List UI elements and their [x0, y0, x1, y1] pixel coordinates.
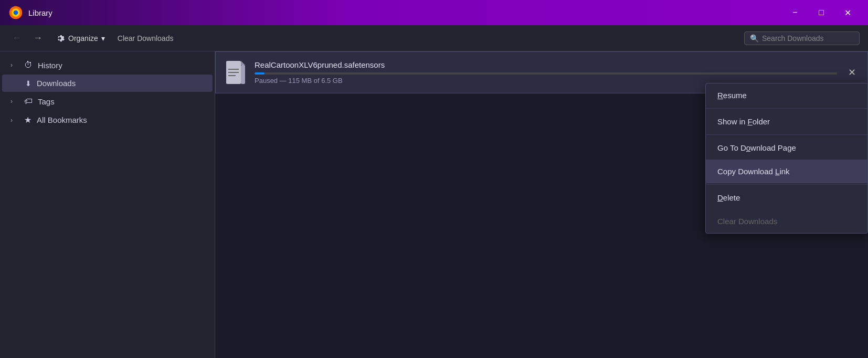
- sidebar-item-label-downloads: Downloads: [37, 79, 76, 88]
- sidebar-item-all-bookmarks[interactable]: › ★ All Bookmarks: [2, 111, 213, 129]
- window-controls: − □ ✕: [783, 4, 860, 21]
- gear-icon: [55, 33, 65, 44]
- sidebar-item-tags[interactable]: › 🏷 Tags: [2, 92, 213, 110]
- chevron-right-icon-bookmarks: ›: [10, 117, 19, 124]
- minimize-button[interactable]: −: [783, 4, 807, 21]
- search-icon: 🔍: [750, 34, 759, 43]
- download-close-button[interactable]: ✕: [844, 65, 859, 80]
- show-in-folder-label: Show in Folder: [717, 117, 770, 126]
- sidebar: › ⏱ History ⬇ Downloads › 🏷 Tags › ★ All…: [0, 51, 215, 358]
- file-icon-wrap: [224, 59, 247, 86]
- sidebar-item-label-bookmarks: All Bookmarks: [37, 115, 87, 124]
- download-progress-bar: [255, 72, 837, 75]
- clear-downloads-label: Clear Downloads: [717, 217, 777, 226]
- maximize-button[interactable]: □: [809, 4, 833, 21]
- tags-icon: 🏷: [24, 97, 33, 106]
- context-menu-item-copy-download-link[interactable]: Copy Download Link: [706, 160, 867, 183]
- firefox-logo: [8, 5, 23, 20]
- context-menu-separator-2: [706, 134, 867, 135]
- clear-downloads-toolbar-button[interactable]: Clear Downloads: [113, 32, 178, 45]
- context-menu-item-delete[interactable]: Delete: [706, 186, 867, 209]
- download-icon: ⬇: [25, 79, 31, 88]
- content-area: RealCartoonXLV6pruned.safetensors Paused…: [215, 51, 868, 358]
- download-progress-fill: [255, 72, 264, 75]
- sidebar-item-label-history: History: [38, 61, 62, 70]
- window-title: Library: [28, 8, 783, 17]
- search-box: 🔍: [744, 31, 860, 45]
- organize-chevron: ▾: [101, 34, 105, 43]
- context-menu-item-resume[interactable]: Resume: [706, 83, 867, 107]
- star-icon: ★: [24, 115, 31, 125]
- history-icon: ⏱: [24, 60, 33, 70]
- context-menu-item-show-in-folder[interactable]: Show in Folder: [706, 110, 867, 133]
- titlebar: Library − □ ✕: [0, 0, 868, 25]
- main-layout: › ⏱ History ⬇ Downloads › 🏷 Tags › ★ All…: [0, 51, 868, 358]
- copy-download-link-label: Copy Download Link: [717, 167, 790, 176]
- file-icon: [226, 61, 245, 84]
- download-info: RealCartoonXLV6pruned.safetensors Paused…: [255, 60, 837, 85]
- context-menu-item-clear-downloads: Clear Downloads: [706, 209, 867, 233]
- sidebar-item-history[interactable]: › ⏱ History: [2, 56, 213, 74]
- resume-label: Resume: [717, 91, 747, 100]
- sidebar-item-downloads[interactable]: ⬇ Downloads: [2, 75, 213, 92]
- sidebar-item-label-tags: Tags: [38, 97, 55, 106]
- chevron-right-icon: ›: [10, 61, 19, 69]
- organize-label: Organize: [68, 34, 98, 43]
- go-to-download-page-label: Go To Download Page: [717, 143, 796, 152]
- back-button[interactable]: ←: [8, 30, 25, 47]
- close-button[interactable]: ✕: [835, 4, 860, 21]
- download-filename: RealCartoonXLV6pruned.safetensors: [255, 60, 837, 69]
- svg-rect-5: [241, 65, 245, 84]
- toolbar: ← → Organize ▾ Clear Downloads 🔍: [0, 25, 868, 51]
- search-input[interactable]: [762, 34, 846, 43]
- svg-marker-4: [241, 61, 245, 65]
- context-menu-separator-1: [706, 108, 867, 109]
- organize-button[interactable]: Organize ▾: [50, 31, 109, 46]
- context-menu-separator-3: [706, 184, 867, 185]
- context-menu-item-go-to-download-page[interactable]: Go To Download Page: [706, 136, 867, 160]
- svg-point-2: [14, 10, 18, 15]
- delete-label: Delete: [717, 193, 740, 202]
- chevron-right-icon-tags: ›: [10, 98, 19, 105]
- context-menu: Resume Show in Folder Go To Download Pag…: [705, 83, 868, 234]
- forward-button[interactable]: →: [29, 30, 46, 47]
